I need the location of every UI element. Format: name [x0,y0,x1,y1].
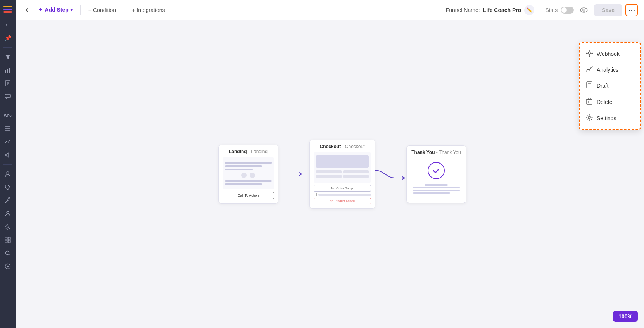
thankyou-card[interactable]: Thank You - Thank You [406,145,466,203]
checkbox-label-bar [318,194,371,196]
add-step-label: Add Step [45,7,68,13]
toolbar-separator-2 [124,5,124,15]
webhook-icon [586,50,593,58]
svg-marker-25 [7,266,9,268]
integrations-plus-icon: + [132,7,135,13]
svg-rect-5 [9,68,10,73]
svg-point-15 [6,186,7,186]
svg-point-16 [7,211,9,214]
sidebar-item-pages[interactable] [2,78,13,89]
checkout-card[interactable]: Checkout - Checkout No Order Bump [309,140,375,209]
funnel-name-prefix: Funnel Name: [446,7,480,13]
delete-icon [586,98,593,106]
menu-item-webhook-label: Webhook [597,51,620,57]
checkout-checkbox[interactable] [314,193,317,196]
svg-point-29 [589,50,590,50]
svg-point-17 [7,226,9,228]
main-area: + Add Step ▾ + Condition + Integrations … [16,0,644,328]
funnel-name-area: Funnel Name: Life Coach Pro ✏️ [446,5,535,15]
svg-point-26 [580,8,587,12]
sidebar-item-list[interactable] [2,123,13,134]
checkbox-row [314,193,371,196]
sidebar-item-wrench[interactable] [2,195,13,206]
sidebar-item-megaphone[interactable] [2,150,13,161]
menu-item-analytics-label: Analytics [597,67,618,73]
preview-eye-button[interactable] [578,5,589,16]
zoom-badge: 100% [613,311,638,322]
sidebar-item-funnel[interactable] [2,52,13,62]
menu-item-settings[interactable]: Settings [580,110,640,126]
analytics-icon [586,66,593,74]
checkout-fields-2 [316,175,369,178]
sidebar-divider-1 [3,47,12,48]
menu-item-delete[interactable]: Delete [580,94,640,110]
arrow-checkout-thankyou [375,162,406,186]
svg-point-30 [589,56,590,57]
svg-point-32 [586,53,587,54]
draft-icon [586,81,593,90]
canvas[interactable]: Landing - Landing Call To Action [16,20,644,328]
menu-item-draft[interactable]: Draft [580,78,640,94]
lp-dot-1 [241,173,247,178]
svg-rect-0 [3,6,12,7]
stats-toggle[interactable] [561,7,574,14]
ty-bar-2 [413,190,460,191]
svg-rect-2 [3,11,12,13]
condition-button[interactable]: + Condition [84,5,121,16]
sidebar-item-back[interactable]: ← [2,19,13,30]
dropdown-menu: Webhook Analytics Draft Delete [579,42,641,130]
back-button[interactable] [22,5,33,16]
condition-label: Condition [93,7,116,13]
sidebar-item-analytics[interactable] [2,65,13,76]
condition-plus-icon: + [88,7,92,13]
toolbar: + Add Step ▾ + Condition + Integrations … [16,0,644,20]
menu-item-analytics[interactable]: Analytics [580,62,640,78]
menu-item-delete-label: Delete [597,99,612,105]
checkout-field-1 [316,170,342,173]
sidebar-item-chat[interactable] [2,91,13,102]
sidebar-item-play[interactable] [2,261,13,272]
integrations-button[interactable]: + Integrations [127,5,169,16]
svg-rect-20 [5,240,7,243]
checkout-field-2 [343,170,369,173]
stats-toggle-knob [561,7,567,13]
add-step-button[interactable]: + Add Step ▾ [34,4,77,16]
svg-line-23 [9,254,10,256]
svg-point-27 [583,9,585,11]
sidebar-item-tag[interactable] [2,182,13,193]
funnel-edit-button[interactable]: ✏️ [524,5,534,15]
sidebar-logo[interactable] [2,4,13,15]
product-label[interactable]: No Product Added [314,198,371,204]
sidebar-item-woo[interactable]: WPe [2,110,13,121]
svg-rect-10 [5,94,10,98]
svg-point-44 [588,116,590,119]
funnel-name-value: Life Coach Pro [483,7,521,13]
lp-bar-5 [225,183,262,185]
toolbar-separator-1 [80,5,81,15]
sidebar-item-grid[interactable] [2,235,13,245]
sidebar-item-user[interactable] [2,208,13,219]
ty-bar-1 [413,187,460,188]
sidebar-divider-3 [3,164,12,165]
landing-card[interactable]: Landing - Landing Call To Action [218,145,278,204]
sidebar-item-chart[interactable] [2,136,13,147]
order-bump-label[interactable]: No Order Bump [314,185,371,192]
sidebar-item-pin[interactable]: 📌 [2,33,13,43]
svg-rect-1 [3,9,12,10]
save-button[interactable]: Save [594,4,622,16]
sidebar-item-contacts[interactable] [2,169,13,180]
funnel-flow: Landing - Landing Call To Action [218,140,466,209]
checkout-field-3 [316,175,342,178]
checkout-field-4 [343,175,369,178]
lp-bar-1 [225,162,272,164]
lp-bar-3 [225,169,253,170]
svg-point-22 [6,251,9,255]
landing-cta-button[interactable]: Call To Action [223,192,274,199]
sidebar-item-search[interactable] [2,248,13,259]
menu-item-webhook[interactable]: Webhook [580,46,640,62]
checkout-image-placeholder [316,155,369,168]
sidebar-item-settings[interactable] [2,221,13,232]
svg-point-14 [7,172,9,174]
checkout-preview [314,152,371,183]
more-menu-button[interactable]: ⋯ [625,4,638,16]
